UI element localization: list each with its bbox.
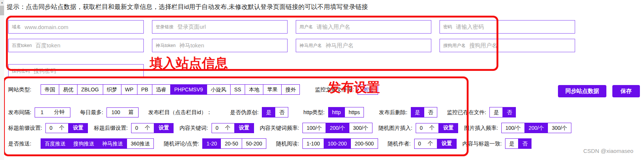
domain-field[interactable]: 域名 www.domain.com (8, 20, 144, 34)
random-read-option[interactable]: 200-500 (350, 139, 377, 148)
pseudo-original-label: 是否伪原创: (230, 109, 259, 116)
login-link-label: 登录链接 (156, 24, 174, 30)
title-prefix-unit: 个 (59, 125, 64, 131)
content-keywords-value: 0 (216, 125, 219, 131)
sync-site-data-button[interactable]: 同步站点数据 (558, 85, 606, 97)
daily-max-input[interactable]: 100 篇 (107, 107, 139, 117)
keyword-freq-option[interactable]: 100/个 (303, 123, 326, 133)
site-type-option[interactable]: SS (230, 85, 245, 94)
delete-after-yes[interactable]: 是 (411, 107, 424, 117)
random-author-input[interactable]: 0 个 (414, 139, 437, 149)
random-comment-option[interactable]: 50-200 (242, 139, 266, 148)
baidu-token-placeholder: 百度token (35, 42, 60, 49)
random-image-input[interactable]: 0 个 (416, 123, 439, 133)
random-author-unit: 个 (428, 140, 433, 147)
content-keywords-label: 内容关键词: (180, 125, 208, 132)
monitor-existing-toggle: 是 否 (489, 107, 516, 117)
https-option[interactable]: https (345, 107, 364, 117)
site-type-option[interactable]: ZBLOG (77, 85, 102, 94)
left-scrollbar[interactable]: ▲ (0, 0, 4, 160)
domain-placeholder: www.domain.com (25, 24, 69, 30)
keyword-freq-option[interactable]: 300/个 (349, 123, 372, 133)
title-prefix-set-button[interactable]: 设置 (69, 123, 88, 133)
random-comment-group: 1-20 20-50 50-200 (202, 138, 266, 149)
site-type-option[interactable]: 易优 (59, 85, 77, 94)
push-option-sogou[interactable]: 搜狗推送 (69, 139, 98, 148)
site-type-label: 网站类型: (8, 86, 31, 93)
sogou-password-label: 搜狗密码 (12, 68, 30, 74)
publish-column-label: 发布栏目（点击栏目id）： (148, 109, 212, 116)
shenma-username-label: 神马用户名 (299, 43, 322, 49)
push-option-baidu[interactable]: 百度推送 (41, 139, 69, 148)
random-read-option-selected[interactable]: 100-200 (324, 139, 350, 148)
sogou-username-placeholder: 搜狗用户名 (469, 42, 497, 49)
content-title-match-no[interactable]: 否 (518, 139, 531, 148)
save-button[interactable]: 保存 (612, 85, 640, 97)
site-type-option[interactable]: 织梦 (103, 85, 121, 94)
baidu-token-field[interactable]: 百度token 百度token (8, 39, 144, 52)
http-option[interactable]: http (329, 107, 345, 117)
title-prefix-input[interactable]: 0 个 (45, 123, 69, 133)
daily-max-label: 每日最多: (80, 109, 103, 116)
content-title-match-yes[interactable]: 是 (505, 139, 518, 148)
site-type-option[interactable]: PB (137, 85, 152, 94)
random-image-label: 随机图片插入: (378, 125, 412, 132)
password-placeholder: 请输入密码 (456, 23, 484, 31)
title-suffix-label: 标题后缀设置: (94, 125, 128, 132)
shenma-username-placeholder: 神马用户名 (326, 42, 353, 49)
delete-after-no[interactable]: 否 (424, 107, 437, 117)
sogou-username-label: 搜狗用户名 (443, 43, 466, 49)
monitor-existing-yes[interactable]: 是 (490, 107, 502, 117)
random-author-set-button[interactable]: 设置 (437, 139, 457, 149)
content-keywords-set-button[interactable]: 设置 (235, 123, 254, 133)
image-freq-option[interactable]: 300/个 (548, 123, 571, 133)
keyword-freq-option-selected[interactable]: 200/个 (326, 123, 349, 133)
title-suffix-input[interactable]: 0 个 (131, 123, 154, 133)
browse-button[interactable]: 浏览 (358, 85, 378, 95)
site-type-group: 帝国 易优 ZBLOG 织梦 WP PB 迅睿 PHPCMSV9 小旋风 SS … (41, 84, 300, 95)
push-option-shenma[interactable]: 神马推送 (98, 139, 127, 148)
shenma-token-field[interactable]: 神马token 神马token (152, 39, 288, 52)
site-type-option[interactable]: 本地 (245, 85, 263, 94)
image-freq-option[interactable]: 100/个 (502, 123, 524, 133)
publish-interval-input[interactable]: 1 分钟 (35, 107, 70, 117)
image-freq-option-selected[interactable]: 200/个 (524, 123, 548, 133)
title-suffix-set-button[interactable]: 设置 (154, 123, 174, 133)
random-read-label: 随机阅读: (276, 140, 299, 147)
scroll-up-icon[interactable]: ▲ (0, 0, 4, 5)
daily-max-value: 100 (111, 109, 120, 115)
site-type-option[interactable]: 帝国 (41, 85, 59, 94)
pseudo-original-no[interactable]: 否 (275, 107, 288, 117)
random-image-set-button[interactable]: 设置 (439, 123, 458, 133)
username-placeholder: 请输入用户名 (317, 23, 350, 31)
sogou-password-field[interactable]: 搜狗密码 搜狗密码 (8, 64, 144, 78)
site-type-option[interactable]: 迅睿 (152, 85, 170, 94)
random-image-value: 0 (420, 125, 423, 131)
publish-params-row: 发布间隔: 1 分钟 每日最多: 100 篇 发布栏目（点击栏目id）： 是否伪… (8, 107, 516, 117)
site-type-option-selected[interactable]: PHPCMSV9 (170, 85, 207, 94)
random-comment-option[interactable]: 20-50 (221, 139, 242, 148)
site-type-option[interactable]: 苹果 (263, 85, 281, 94)
delete-after-publish-toggle: 是 否 (411, 107, 437, 117)
image-frequency-group: 100/个 200/个 300/个 (501, 123, 571, 133)
content-keywords-input[interactable]: 0 个 (212, 123, 235, 133)
sogou-username-field[interactable]: 搜狗用户名 搜狗用户名 (440, 39, 575, 52)
login-link-field[interactable]: 登录链接 登录页面url (152, 20, 288, 34)
password-field[interactable]: 密码 请输入密码 (440, 20, 575, 34)
site-type-option[interactable]: WP (121, 85, 137, 94)
username-field[interactable]: 用户名 请输入用户名 (296, 20, 431, 34)
delete-after-publish-label: 发布后删除: (379, 109, 407, 116)
pseudo-original-yes[interactable]: 是 (262, 107, 275, 117)
pseudo-original-toggle: 是 否 (262, 107, 288, 117)
site-type-option[interactable]: 小旋风 (207, 85, 230, 94)
content-keywords-unit: 个 (225, 125, 231, 131)
push-option-360[interactable]: 360推送 (127, 139, 153, 148)
shenma-username-field[interactable]: 神马用户名 神马用户名 (296, 39, 431, 52)
random-read-option[interactable]: 1-100 (303, 139, 324, 148)
monitor-existing-no[interactable]: 否 (502, 107, 515, 117)
random-read-group: 1-100 100-200 200-500 (302, 138, 378, 149)
push-random-row: 是否推送: 百度推送 搜狗推送 神马推送 360推送 随机评论/点赞: 1-20… (8, 138, 532, 149)
random-comment-option-selected[interactable]: 1-20 (203, 139, 221, 148)
scrollbar-thumb[interactable] (0, 6, 4, 15)
site-type-option[interactable]: 搜外 (281, 85, 299, 94)
